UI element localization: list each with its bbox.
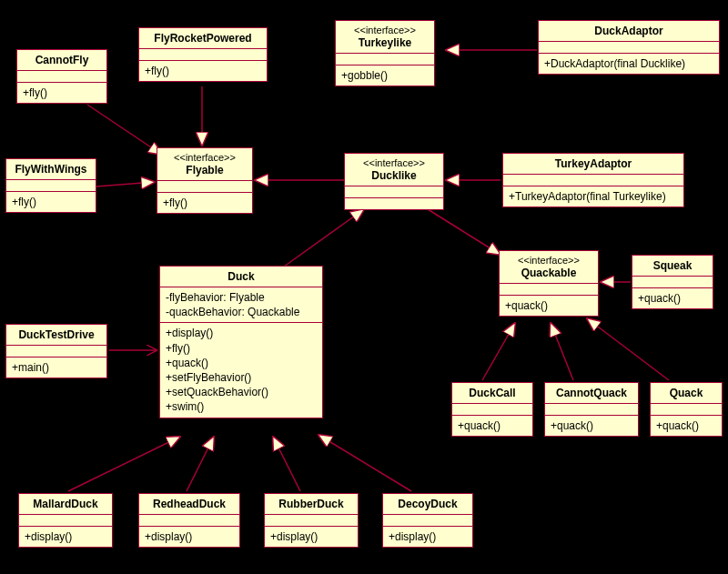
class-title: TurkeyAdaptor: [503, 154, 683, 175]
class-DecoyDuck: DecoyDuck +display(): [382, 493, 473, 548]
class-attrs: [632, 277, 713, 288]
svg-line-14: [273, 437, 300, 491]
class-ops: +quack(): [545, 416, 638, 436]
class-attrs: [19, 515, 112, 527]
class-attrs: [651, 404, 722, 416]
class-Flyable: <<interface>>Flyable +fly(): [157, 147, 253, 214]
class-FlyWithWings: FlyWithWings +fly(): [5, 158, 96, 213]
class-ops: +fly(): [6, 192, 96, 212]
svg-line-0: [87, 105, 162, 155]
svg-line-15: [318, 435, 411, 491]
class-ops: +display(): [19, 527, 112, 547]
class-ops: +TurkeyAdaptor(final Turkeylike): [503, 186, 683, 206]
class-attrs: [6, 346, 106, 357]
class-title: FlyWithWings: [6, 159, 96, 180]
svg-line-10: [551, 323, 573, 380]
class-Duck: Duck -flyBehavior: Flyable -quackBehavio…: [159, 266, 323, 418]
class-attrs: [139, 515, 239, 527]
class-ops: +main(): [6, 357, 106, 378]
class-attrs: -flyBehavior: Flyable -quackBehavior: Qu…: [160, 287, 322, 323]
class-RedheadDuck: RedheadDuck +display(): [138, 493, 240, 548]
svg-line-7: [284, 209, 364, 267]
class-attrs: [452, 404, 532, 416]
class-DuckCall: DuckCall +quack(): [451, 382, 533, 437]
class-ops: +fly(): [157, 193, 252, 213]
class-Ducklike: <<interface>>Ducklike: [344, 153, 444, 210]
class-title: <<interface>>Flyable: [157, 148, 252, 181]
svg-line-11: [587, 318, 669, 380]
class-CannotQuack: CannotQuack +quack(): [544, 382, 639, 437]
class-title: DuckCall: [452, 383, 532, 404]
class-attrs: [545, 404, 638, 416]
class-attrs: [336, 54, 434, 65]
class-title: FlyRocketPowered: [139, 28, 267, 49]
class-title: CannotFly: [17, 50, 106, 71]
class-title: DuckAdaptor: [539, 21, 719, 42]
class-title: RubberDuck: [265, 494, 358, 515]
class-title: <<interface>>Ducklike: [345, 154, 443, 186]
class-title: CannotQuack: [545, 383, 638, 404]
class-attrs: [17, 71, 106, 83]
svg-line-12: [68, 437, 180, 491]
class-attrs: [539, 42, 719, 54]
class-title: <<interface>>Turkeylike: [336, 21, 434, 54]
class-RubberDuck: RubberDuck +display(): [264, 493, 359, 548]
class-title: Squeak: [632, 256, 713, 277]
class-ops: +quack(): [632, 288, 713, 308]
class-Squeak: Squeak +quack(): [632, 255, 713, 309]
class-DuckTestDrive: DuckTestDrive +main(): [5, 324, 107, 378]
class-attrs: [265, 515, 358, 527]
class-attrs: [345, 186, 443, 198]
class-Quack: Quack +quack(): [650, 382, 723, 437]
class-ops: +display() +fly() +quack() +setFlyBehavi…: [160, 323, 322, 417]
class-title: <<interface>>Quackable: [500, 251, 598, 284]
class-attrs: [503, 175, 683, 186]
class-ops: +display(): [265, 527, 358, 547]
class-title: DuckTestDrive: [6, 325, 106, 346]
class-ops: [345, 198, 443, 209]
class-ops: +quack(): [452, 416, 532, 436]
class-Turkeylike: <<interface>>Turkeylike +gobble(): [335, 20, 435, 86]
class-title: DecoyDuck: [383, 494, 472, 515]
class-attrs: [139, 49, 267, 61]
class-ops: +display(): [139, 527, 239, 547]
svg-line-2: [96, 182, 155, 186]
class-ops: +fly(): [17, 83, 106, 103]
class-ops: +gobble(): [336, 65, 434, 86]
class-Quackable: <<interface>>Quackable +quack(): [499, 250, 599, 317]
class-MallardDuck: MallardDuck +display(): [18, 493, 113, 548]
class-TurkeyAdaptor: TurkeyAdaptor +TurkeyAdaptor(final Turke…: [502, 153, 684, 207]
class-ops: +fly(): [139, 61, 267, 81]
class-FlyRocketPowered: FlyRocketPowered +fly(): [138, 27, 268, 82]
class-ops: +display(): [383, 527, 472, 547]
class-ops: +quack(): [651, 416, 722, 436]
class-attrs: [157, 181, 252, 193]
class-title: RedheadDuck: [139, 494, 239, 515]
svg-line-9: [482, 323, 515, 380]
class-title: Duck: [160, 267, 322, 287]
class-attrs: [383, 515, 472, 527]
class-attrs: [6, 180, 96, 192]
class-title: MallardDuck: [19, 494, 112, 515]
svg-line-6: [428, 209, 500, 255]
svg-line-13: [187, 437, 214, 491]
class-ops: +DuckAdaptor(final Ducklike): [539, 54, 719, 74]
class-CannotFly: CannotFly +fly(): [16, 49, 107, 104]
class-ops: +quack(): [500, 296, 598, 316]
class-attrs: [500, 284, 598, 296]
class-DuckAdaptor: DuckAdaptor +DuckAdaptor(final Ducklike): [538, 20, 720, 75]
class-title: Quack: [651, 383, 722, 404]
